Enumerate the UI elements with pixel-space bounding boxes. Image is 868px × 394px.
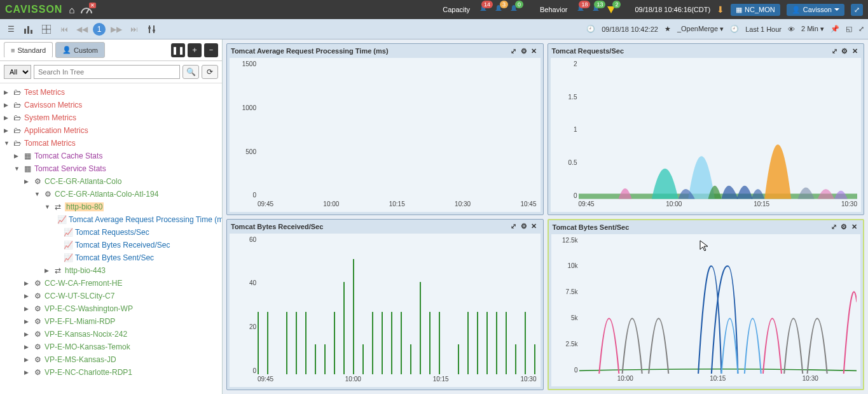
expand-icon[interactable]: ⤢ [509,47,519,55]
toggle-icon[interactable]: ▼ [4,140,10,146]
user-menu-button[interactable]: 👤Cavisson [787,4,844,16]
tree-item[interactable]: ▶⚙CC-W-CA-Fremont-HE [0,277,222,290]
toggle-icon[interactable]: ▼ [14,165,20,172]
close-icon[interactable]: ✕ [529,47,539,55]
add-button[interactable]: ＋ [188,43,202,57]
toggle-icon[interactable]: ▶ [24,306,31,312]
page-indicator[interactable]: 1 [93,23,106,36]
tree-item[interactable]: ▶⚙CC-W-UT-SLCity-C7 [0,290,222,302]
expand-icon[interactable]: ⤢ [829,47,839,55]
tree-label: Tomcat Cache Stats [34,151,102,160]
expand-icon[interactable]: ⤢ [829,223,839,231]
download-icon[interactable]: ⬇ [717,4,724,15]
tree-item[interactable]: 📈Tomcat Bytes Sent/Sec [0,251,222,264]
toggle-icon[interactable]: ▶ [24,318,31,325]
toggle-icon[interactable]: ▼ [45,204,51,210]
gear-icon[interactable]: ⚙ [839,47,850,55]
home-icon[interactable]: ⌂ [69,4,74,15]
tree-filter-select[interactable]: All [4,65,31,79]
dashboard-icon[interactable]: ✕ [81,5,92,14]
close-icon[interactable]: ✕ [850,47,860,55]
logo: CAVISSON [5,4,62,15]
tree-item[interactable]: ▶⚙VP-E-Kansas-Nocix-242 [0,328,222,341]
expand-icon[interactable]: ⤢ [509,222,519,230]
svg-point-10 [153,29,155,32]
last-icon[interactable]: ⏭ [127,22,141,36]
expand-button[interactable]: ⤢ [851,4,863,16]
tree-item[interactable]: ▼▦Tomcat Service Stats [0,162,222,175]
toggle-icon[interactable]: ▶ [24,369,31,376]
prev-icon[interactable]: ◀◀ [75,22,89,36]
next-icon[interactable]: ▶▶ [109,22,123,36]
first-icon[interactable]: ⏮ [57,22,71,36]
tree-item[interactable]: ▶⚙VP-E-MO-Kansas-Temok [0,341,222,353]
search-input[interactable] [34,65,180,79]
settings-icon[interactable] [145,22,159,36]
toggle-icon[interactable]: ▶ [24,331,31,337]
grid-view-icon[interactable] [39,22,53,36]
tree-item[interactable]: 📈Tomcat Requests/Sec [0,226,222,239]
tree-item[interactable]: ▶⚙VP-E-FL-Miami-RDP [0,315,222,328]
tree-item[interactable]: 📈Tomcat Average Request Processing Time … [0,213,222,226]
tab-custom[interactable]: 👤Custom [55,42,105,58]
barchart-view-icon[interactable] [22,22,36,36]
toggle-icon[interactable]: ▶ [14,153,20,159]
tree-item[interactable]: ▶🗁Test Metrics [0,86,222,99]
toggle-icon[interactable]: ▶ [4,127,10,134]
tree-item[interactable]: ▶⚙VP-E-CS-Washington-WP [0,302,222,315]
menu-icon[interactable]: ☰ [4,22,18,36]
panel-requests-sec: Tomcat Requests/Sec⤢⚙✕ 21.510.50 [548,43,865,215]
gear-icon[interactable]: ⚙ [839,223,849,231]
toggle-icon[interactable]: ▶ [24,293,31,299]
tree-item[interactable]: ▶⇄http-bio-443 [0,264,222,277]
remove-button[interactable]: － [204,43,218,57]
capacity-bell-2[interactable]: 3 [494,4,503,15]
star-icon[interactable]: ★ [665,25,671,33]
pin-icon[interactable]: 📌 [830,25,839,33]
toggle-icon[interactable]: ▶ [4,102,10,108]
pause-button[interactable]: ❚❚ [171,43,185,57]
refresh-dropdown[interactable]: 2 Min ▾ [801,25,824,33]
refresh-icon[interactable]: ⟳ [202,65,218,79]
tree-item[interactable]: ▶⚙CC-E-GR-Atlanta-Colo [0,175,222,188]
close-icon[interactable]: ✕ [529,222,539,230]
toggle-icon[interactable]: ▶ [24,344,31,350]
metrics-tree[interactable]: ▶🗁Test Metrics▶🗁Cavisson Metrics▶🗁System… [0,83,222,394]
panel-title: Tomcat Average Request Processing Time (… [231,47,389,55]
folder-icon: 🗁 [13,113,22,122]
merge-dropdown[interactable]: _OpenMerge ▾ [677,25,724,33]
close-icon[interactable]: ✕ [849,223,859,231]
tree-item[interactable]: ▶⚙VP-E-NC-Charlotte-RDP1 [0,366,222,379]
tree-item[interactable]: ▶🗁Cavisson Metrics [0,99,222,111]
fullscreen-icon[interactable]: ⤢ [858,25,864,33]
behavior-bell-3[interactable]: 2 [607,4,616,15]
tree-item[interactable]: ▶⚙VP-E-MS-Kansas-JD [0,353,222,366]
toggle-icon[interactable]: ▶ [24,356,31,363]
behavior-bell-2[interactable]: 13 [591,4,600,15]
range-dropdown[interactable]: Last 1 Hour [745,25,782,33]
toggle-icon[interactable]: ▼ [34,191,41,197]
capacity-bell-1[interactable]: 14 [479,4,488,15]
layout-icon[interactable]: ◱ [846,25,852,33]
toggle-icon[interactable]: ▶ [24,178,31,185]
behavior-bell-1[interactable]: 18 [576,4,585,15]
capacity-bell-3[interactable]: 0 [509,4,518,15]
tree-item[interactable]: ▼🗁Tomcat Metrics [0,137,222,150]
tree-item[interactable]: ▼⚙CC-E-GR-Atlanta-Colo-Atl-194 [0,188,222,201]
toggle-icon[interactable]: ▶ [45,267,51,274]
tab-standard[interactable]: ≡Standard [4,42,53,58]
search-icon[interactable]: 🔍 [183,65,199,79]
toggle-icon[interactable]: ▶ [4,89,10,95]
toggle-icon[interactable]: ▶ [24,280,31,286]
tree-label: CC-E-GR-Atlanta-Colo-Atl-194 [55,190,158,199]
gear-icon[interactable]: ⚙ [519,222,529,230]
tree-item[interactable]: 📈Tomcat Bytes Received/Sec [0,239,222,251]
tree-item[interactable]: ▶🗁Application Metrics [0,124,222,137]
tree-item[interactable]: ▶▦Tomcat Cache Stats [0,150,222,162]
svg-line-0 [86,9,89,13]
gear-icon[interactable]: ⚙ [519,47,529,55]
toggle-icon[interactable]: ▶ [4,115,10,121]
tree-item[interactable]: ▶🗁System Metrics [0,111,222,124]
tree-item[interactable]: ▼⇄http-bio-80 [0,201,222,213]
nc-mon-button[interactable]: ▦NC_MON [731,4,780,16]
